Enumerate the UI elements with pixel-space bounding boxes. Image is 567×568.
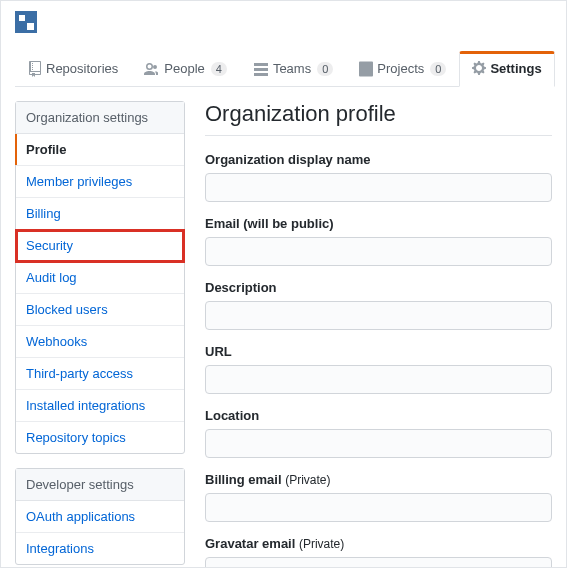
tab-people[interactable]: People 4 <box>131 51 240 87</box>
url-label: URL <box>205 344 552 359</box>
url-input[interactable] <box>205 365 552 394</box>
dev-settings-menu: Developer settings OAuth applications In… <box>15 468 185 565</box>
sidebar-item-billing[interactable]: Billing <box>16 198 184 230</box>
billing-email-input[interactable] <box>205 493 552 522</box>
org-avatar[interactable] <box>15 11 37 33</box>
gravatar-email-input[interactable] <box>205 557 552 568</box>
tab-label: Settings <box>490 61 541 76</box>
sidebar-item-blocked-users[interactable]: Blocked users <box>16 294 184 326</box>
main-content: Organization profile Organization displa… <box>205 101 552 568</box>
tab-label: Teams <box>273 61 311 76</box>
tab-counter: 0 <box>317 62 333 76</box>
repo-icon <box>28 61 42 77</box>
org-tabs: Repositories People 4 Teams 0 Projects 0… <box>15 50 552 87</box>
menu-header: Developer settings <box>16 469 184 501</box>
sidebar-item-repository-topics[interactable]: Repository topics <box>16 422 184 453</box>
display-name-input[interactable] <box>205 173 552 202</box>
tab-repositories[interactable]: Repositories <box>15 51 131 87</box>
location-input[interactable] <box>205 429 552 458</box>
gear-icon <box>472 60 486 76</box>
tab-label: Repositories <box>46 61 118 76</box>
tab-label: Projects <box>377 61 424 76</box>
display-name-label: Organization display name <box>205 152 552 167</box>
tab-counter: 4 <box>211 62 227 76</box>
sidebar-item-oauth-apps[interactable]: OAuth applications <box>16 501 184 533</box>
teams-icon <box>253 61 269 77</box>
description-label: Description <box>205 280 552 295</box>
sidebar-item-member-privileges[interactable]: Member privileges <box>16 166 184 198</box>
description-input[interactable] <box>205 301 552 330</box>
sidebar-item-profile[interactable]: Profile <box>16 134 184 166</box>
tab-settings[interactable]: Settings <box>459 51 554 87</box>
sidebar-item-third-party[interactable]: Third-party access <box>16 358 184 390</box>
settings-sidebar: Organization settings Profile Member pri… <box>15 101 185 568</box>
menu-header: Organization settings <box>16 102 184 134</box>
sidebar-item-security[interactable]: Security <box>16 230 184 262</box>
gravatar-email-label: Gravatar email (Private) <box>205 536 552 551</box>
location-label: Location <box>205 408 552 423</box>
sidebar-item-webhooks[interactable]: Webhooks <box>16 326 184 358</box>
tab-counter: 0 <box>430 62 446 76</box>
project-icon <box>359 61 373 77</box>
email-input[interactable] <box>205 237 552 266</box>
sidebar-item-installed-integrations[interactable]: Installed integrations <box>16 390 184 422</box>
people-icon <box>144 61 160 77</box>
sidebar-item-integrations[interactable]: Integrations <box>16 533 184 564</box>
tab-label: People <box>164 61 204 76</box>
page-title: Organization profile <box>205 101 552 136</box>
org-settings-menu: Organization settings Profile Member pri… <box>15 101 185 454</box>
email-label: Email (will be public) <box>205 216 552 231</box>
sidebar-item-audit-log[interactable]: Audit log <box>16 262 184 294</box>
billing-email-label: Billing email (Private) <box>205 472 552 487</box>
tab-teams[interactable]: Teams 0 <box>240 51 346 87</box>
tab-projects[interactable]: Projects 0 <box>346 51 459 87</box>
